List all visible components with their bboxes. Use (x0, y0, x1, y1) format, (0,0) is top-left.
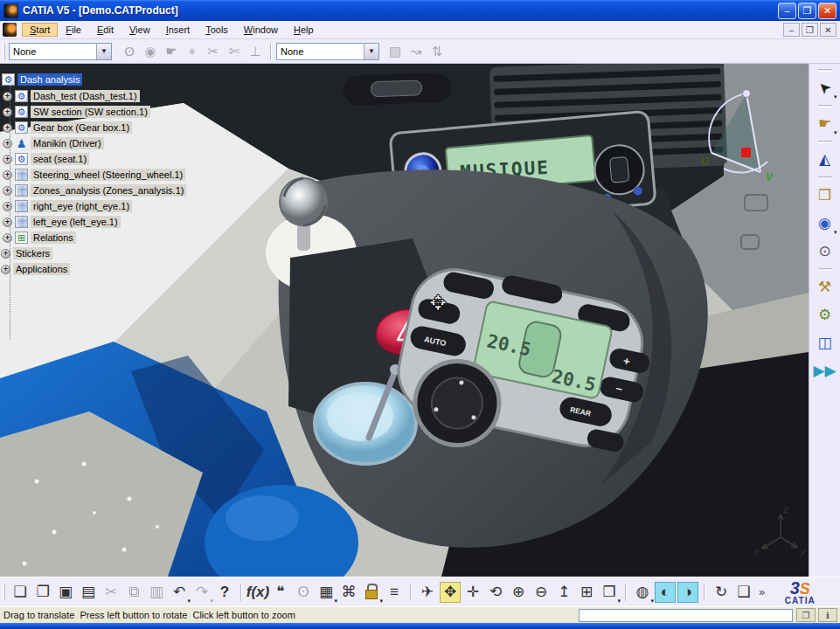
expand-icon[interactable]: + (3, 170, 12, 180)
expand-icon[interactable]: + (3, 155, 12, 164)
new-document-icon[interactable]: ❏ (10, 582, 31, 603)
paste-icon[interactable]: ▥ (146, 582, 167, 603)
user-assistance-button[interactable]: ℹ (818, 608, 837, 622)
tree-item-seat[interactable]: seat (seat.1) (31, 153, 89, 165)
player-controls-icon[interactable]: ▶▶ (814, 359, 837, 382)
fly-through-icon[interactable]: ✈ (417, 582, 438, 603)
toolbar-grip[interactable] (3, 584, 5, 601)
tree-item-sw-section[interactable]: SW section (SW section.1) (31, 106, 150, 118)
3d-viewport[interactable]: MUSIQUE (0, 64, 809, 577)
power-input-expand-button[interactable]: ❐ (796, 608, 816, 622)
toolbar-grip[interactable] (818, 268, 832, 271)
axis-box-icon[interactable]: ❒ (814, 183, 837, 206)
toolbar-grip[interactable] (818, 69, 832, 72)
tree-item-relations[interactable]: Relations (31, 232, 76, 244)
save-icon[interactable]: ▣ (55, 582, 76, 603)
hide-show-icon[interactable]: ◐ (655, 582, 676, 603)
tree-item-zones-analysis[interactable]: Zones_analysis (Zones_analysis.1) (31, 184, 186, 197)
menu-insert[interactable]: Insert (158, 23, 198, 37)
bulb-check-icon[interactable]: ʘ (293, 582, 314, 603)
clash-cut-icon[interactable]: ✄ (225, 42, 244, 61)
multi-view-icon[interactable]: ⊞ (576, 582, 597, 603)
zoom-out-icon[interactable]: ⊖ (531, 582, 552, 603)
fly-mode-icon[interactable]: ◉▾ (814, 211, 837, 234)
lock-icon[interactable]: ▾ (361, 582, 382, 603)
expand-icon[interactable]: + (3, 92, 12, 101)
rotate-print-icon[interactable]: ↻ (711, 582, 732, 603)
close-button[interactable]: ✕ (818, 3, 837, 19)
toolbar-grip[interactable] (3, 43, 5, 60)
menu-edit[interactable]: Edit (89, 23, 121, 37)
restore-button[interactable]: ❐ (798, 3, 816, 19)
menu-file[interactable]: File (58, 23, 89, 37)
tree-item-left-eye[interactable]: left_eye (left_eye.1) (31, 216, 121, 228)
print-icon[interactable]: ▤ (78, 582, 99, 603)
tree-item-right-eye[interactable]: right_eye (right_eye.1) (31, 200, 132, 212)
apply-material-icon[interactable]: ◭ (814, 148, 837, 170)
toolbar-overflow-chevron[interactable]: » (759, 585, 765, 598)
film-camera-icon[interactable]: ◫ (814, 331, 837, 354)
quick-view-page-icon[interactable]: ❑ (733, 582, 754, 603)
swap-arrow-icon[interactable]: ↝ (406, 42, 426, 61)
chevron-down-icon[interactable]: ▼ (364, 44, 378, 59)
open-folder-icon[interactable]: ❐ (32, 582, 53, 603)
group-filter-dropdown[interactable]: None ▼ (9, 43, 112, 60)
selection-hand-icon[interactable]: ☛▾ (814, 112, 837, 135)
expand-icon[interactable]: + (3, 107, 12, 117)
expand-icon[interactable]: + (3, 218, 12, 227)
expand-icon[interactable]: + (3, 233, 12, 243)
redo-icon[interactable]: ↷▾ (191, 582, 212, 603)
measure-distance-icon[interactable]: ⊥ (246, 42, 265, 61)
menu-window[interactable]: Window (236, 23, 286, 37)
render-style-icon[interactable]: ◍▾ (632, 582, 653, 603)
expand-icon[interactable]: + (1, 249, 10, 259)
comment-bubble-icon[interactable]: ❝ (270, 582, 291, 603)
expand-icon[interactable]: + (3, 186, 12, 196)
menu-tools[interactable]: Tools (198, 23, 236, 37)
child-minimize-button[interactable]: – (783, 23, 800, 37)
tree-item-manikin[interactable]: Manikin (Driver) (31, 137, 104, 149)
expand-icon[interactable]: + (3, 202, 12, 211)
anchor-target-icon[interactable]: ⌖ (183, 42, 202, 61)
visible-space-icon[interactable]: ◑ (677, 582, 698, 603)
enhanced-scene-dropdown[interactable]: None ▼ (276, 43, 379, 60)
iso-view-cube-icon[interactable]: ❒▾ (599, 582, 620, 603)
tree-item-stickers[interactable]: Stickers (13, 247, 52, 259)
zoom-in-icon[interactable]: ⊕ (508, 582, 529, 603)
tree-item-dash-analysis[interactable]: Dash analysis (17, 73, 82, 86)
eye-visibility-icon[interactable]: ◉ (141, 42, 160, 61)
toolbar-grip[interactable] (818, 105, 832, 107)
select-cursor-icon[interactable]: ➤▾ (814, 76, 837, 99)
tree-item-steering-wheel[interactable]: Steering_wheel (Steering_wheel.1) (31, 169, 185, 181)
render-filter-icon[interactable]: ▨ (385, 42, 405, 61)
tree-item-dash-test[interactable]: Dash_test (Dash_test.1) (31, 90, 140, 102)
tree-item-applications[interactable]: Applications (13, 263, 70, 275)
expand-icon[interactable]: + (3, 123, 12, 133)
menu-start[interactable]: Start (22, 23, 58, 37)
menu-view[interactable]: View (121, 23, 158, 37)
copy-icon[interactable]: ⧉ (123, 582, 144, 603)
expand-icon[interactable]: + (3, 139, 12, 149)
hand-grab-icon[interactable]: ☛ (162, 42, 181, 61)
fit-all-in-icon[interactable]: ✥ (440, 582, 461, 603)
light-icon[interactable]: ʘ (120, 42, 139, 61)
formula-icon[interactable]: f(x) (247, 582, 268, 603)
rotate-icon[interactable]: ⟲ (485, 582, 506, 603)
pan-icon[interactable]: ✛ (462, 582, 483, 603)
minimize-button[interactable]: – (778, 3, 796, 19)
expand-icon[interactable]: + (1, 265, 10, 274)
whats-this-help-icon[interactable]: ? (214, 582, 235, 603)
normal-view-icon[interactable]: ↥ (553, 582, 574, 603)
menu-help[interactable]: Help (286, 23, 322, 37)
power-input-field[interactable] (579, 609, 793, 622)
tree-item-gear-box[interactable]: Gear box (Gear box.1) (31, 121, 132, 134)
cut-section-icon[interactable]: ✂ (204, 42, 223, 61)
camera-icon[interactable]: ⊙ (814, 239, 837, 262)
relations-graph-icon[interactable]: ⌘ (338, 582, 359, 603)
cut-icon[interactable]: ✂ (101, 582, 121, 603)
child-close-button[interactable]: ✕ (820, 23, 837, 37)
child-restore-button[interactable]: ❐ (802, 23, 818, 37)
undo-icon[interactable]: ↶▾ (169, 582, 190, 603)
knowledge-gear-icon[interactable]: ⚙ (814, 303, 837, 326)
dmu-tools-icon[interactable]: ⚒ (814, 275, 837, 298)
